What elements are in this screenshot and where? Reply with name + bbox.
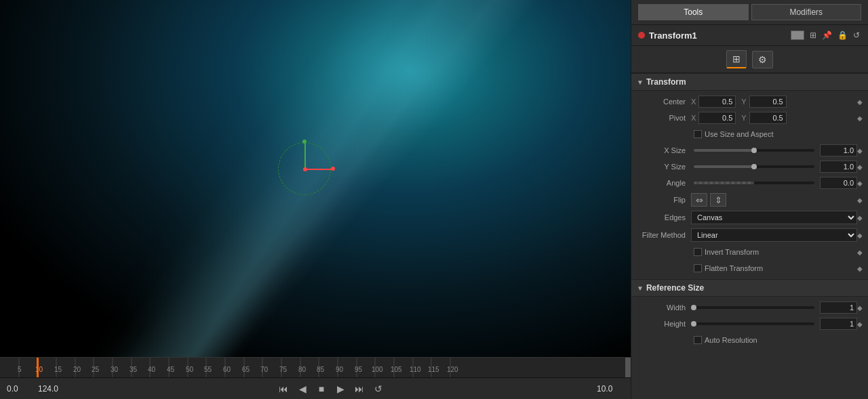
angle-slider[interactable] xyxy=(694,182,814,184)
node-dot xyxy=(638,32,645,39)
panel-tabs: Tools Modifiers xyxy=(631,0,868,25)
flip-h-button[interactable]: ⇔ xyxy=(691,193,707,207)
flip-v-button[interactable]: ⇕ xyxy=(710,193,726,207)
flatten-transform-checkbox[interactable] xyxy=(694,264,702,272)
stop-button[interactable]: ■ xyxy=(314,381,329,396)
step-back-button[interactable]: ◀ xyxy=(295,381,310,396)
svg-text:85: 85 xyxy=(317,366,325,373)
node-refresh-icon[interactable]: ↺ xyxy=(852,29,861,41)
filter-method-label: Filter Method xyxy=(637,231,691,239)
node-lock-icon[interactable]: 🔒 xyxy=(836,29,849,41)
flatten-transform-row: Flatten Transform ◆ xyxy=(631,260,868,276)
loop-button[interactable]: ↺ xyxy=(371,381,386,396)
transform-section-title: Transform xyxy=(646,77,686,87)
skip-back-button[interactable]: ⏮ xyxy=(276,381,291,396)
angle-keyframe-icon[interactable]: ◆ xyxy=(857,180,863,187)
tab-tools[interactable]: Tools xyxy=(638,4,749,20)
tab-modifiers[interactable]: Modifiers xyxy=(751,4,862,20)
svg-text:70: 70 xyxy=(260,366,269,373)
y-size-param-row: Y Size ◆ xyxy=(631,159,868,175)
gizmo-y-arm xyxy=(304,142,306,169)
svg-text:10: 10 xyxy=(35,366,43,373)
edges-select[interactable]: Canvas Wrap Duplicate Mirror xyxy=(691,211,857,224)
center-param-row: Center X Y ◆ xyxy=(631,93,868,110)
auto-resolution-row: Auto Resolution xyxy=(631,332,868,348)
svg-text:45: 45 xyxy=(167,366,175,373)
auto-resolution-checkbox[interactable] xyxy=(694,336,702,344)
center-x-axis-label: X xyxy=(691,98,696,106)
timeline-area[interactable]: 5 10 15 20 25 30 35 40 xyxy=(0,357,631,377)
node-header: Transform1 ⊞ 📌 🔒 ↺ xyxy=(631,25,868,46)
angle-input[interactable] xyxy=(820,177,857,189)
y-size-slider[interactable] xyxy=(694,165,814,168)
flip-label: Flip xyxy=(637,196,691,204)
x-size-input[interactable] xyxy=(820,144,857,156)
invert-transform-checkbox[interactable] xyxy=(694,248,702,256)
auto-resolution-label: Auto Resolution xyxy=(705,336,757,344)
pivot-y-axis-label: Y xyxy=(741,114,746,122)
tool-layout-icon[interactable]: ⊞ xyxy=(726,50,747,68)
use-size-aspect-label: Use Size and Aspect xyxy=(705,130,774,138)
center-x-input[interactable] xyxy=(698,96,736,108)
transport-bar: 0.0 124.0 ⏮ ◀ ■ ▶ ⏭ ↺ 10.0 xyxy=(0,377,631,399)
viewer-canvas[interactable] xyxy=(0,0,631,357)
svg-text:115: 115 xyxy=(428,366,439,373)
pivot-keyframe-icon[interactable]: ◆ xyxy=(857,114,863,122)
center-y-axis-label: Y xyxy=(741,98,746,106)
width-keyframe-icon[interactable]: ◆ xyxy=(857,304,863,312)
flatten-transform-keyframe-icon[interactable]: ◆ xyxy=(857,265,863,272)
height-slider[interactable] xyxy=(694,322,814,325)
width-slider[interactable] xyxy=(694,306,814,309)
width-param-row: Width ◆ xyxy=(631,299,868,316)
pivot-param-row: Pivot X Y ◆ xyxy=(631,110,868,126)
center-y-input[interactable] xyxy=(749,96,787,108)
svg-text:40: 40 xyxy=(148,366,156,373)
svg-text:80: 80 xyxy=(298,366,307,373)
svg-text:20: 20 xyxy=(73,366,81,373)
svg-text:95: 95 xyxy=(355,366,363,373)
gizmo-x-arm xyxy=(305,169,332,170)
x-size-slider[interactable] xyxy=(694,149,814,152)
timeline-ruler[interactable]: 5 10 15 20 25 30 35 40 xyxy=(0,358,631,377)
reference-size-section-body: Width ◆ Height ◆ xyxy=(631,297,868,351)
svg-text:60: 60 xyxy=(223,366,231,373)
use-size-aspect-checkbox[interactable] xyxy=(694,130,702,138)
y-size-input[interactable] xyxy=(820,161,857,173)
node-settings-icon[interactable]: ⊞ xyxy=(808,29,818,41)
filter-method-keyframe-icon[interactable]: ◆ xyxy=(857,232,863,239)
center-label: Center xyxy=(637,98,691,106)
invert-transform-keyframe-icon[interactable]: ◆ xyxy=(857,249,863,256)
main-area: 5 10 15 20 25 30 35 40 xyxy=(0,0,868,399)
node-color-swatch[interactable] xyxy=(791,30,804,40)
x-size-param-row: X Size ◆ xyxy=(631,142,868,159)
render-time-display: 10.0 xyxy=(597,384,624,394)
height-input[interactable] xyxy=(820,318,857,330)
height-param-row: Height ◆ xyxy=(631,316,868,332)
center-keyframe-icon[interactable]: ◆ xyxy=(857,98,863,106)
flip-param-row: Flip ⇔ ⇕ ◆ xyxy=(631,191,868,209)
pivot-x-input[interactable] xyxy=(698,112,736,124)
pivot-y-input[interactable] xyxy=(749,112,787,124)
reference-size-section-header[interactable]: ▼ Reference Size xyxy=(631,279,868,297)
filter-method-select[interactable]: Linear Nearest Bicubic Gaussian xyxy=(691,228,857,242)
svg-text:100: 100 xyxy=(372,366,383,373)
reference-size-arrow-icon: ▼ xyxy=(637,285,644,292)
reference-size-section-title: Reference Size xyxy=(646,283,704,293)
node-pin-icon[interactable]: 📌 xyxy=(821,29,833,41)
svg-text:30: 30 xyxy=(111,366,119,373)
edges-label: Edges xyxy=(637,213,691,222)
edges-keyframe-icon[interactable]: ◆ xyxy=(857,214,863,222)
playhead[interactable] xyxy=(37,358,39,377)
y-size-keyframe-icon[interactable]: ◆ xyxy=(857,163,863,171)
width-input[interactable] xyxy=(820,301,857,314)
flip-keyframe-icon[interactable]: ◆ xyxy=(857,196,863,204)
play-button[interactable]: ▶ xyxy=(333,381,348,396)
tool-settings-icon[interactable]: ⚙ xyxy=(752,51,773,68)
height-keyframe-icon[interactable]: ◆ xyxy=(857,320,863,328)
skip-forward-button[interactable]: ⏭ xyxy=(352,381,367,396)
x-size-keyframe-icon[interactable]: ◆ xyxy=(857,147,863,154)
transform-gizmo[interactable] xyxy=(278,142,332,196)
invert-transform-row: Invert Transform ◆ xyxy=(631,244,868,260)
gizmo-x-tip xyxy=(331,167,335,171)
transform-section-header[interactable]: ▼ Transform xyxy=(631,73,868,91)
